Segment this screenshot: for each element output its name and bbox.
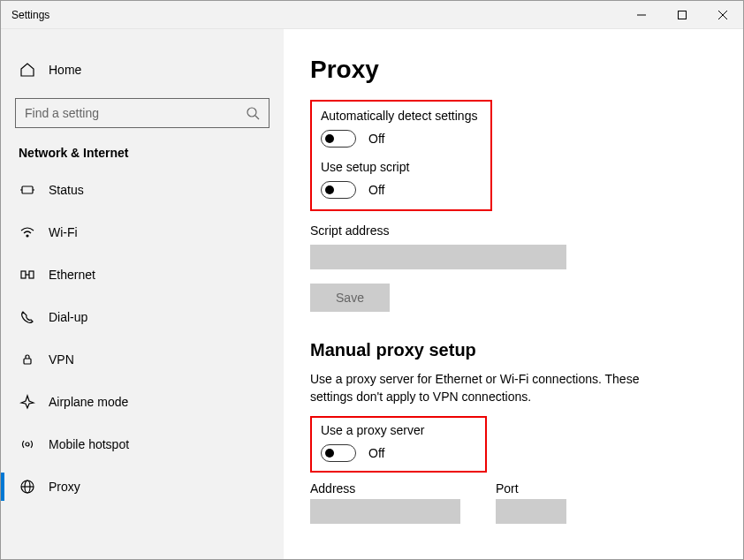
content: Proxy Automatically detect settings Off … (284, 29, 743, 559)
setup-script-toggle[interactable] (321, 181, 356, 199)
use-proxy-label: Use a proxy server (321, 423, 476, 437)
sidebar-item-hotspot[interactable]: Mobile hotspot (1, 423, 284, 465)
sidebar-item-label: Mobile hotspot (49, 437, 129, 451)
script-address-input[interactable] (310, 245, 566, 269)
address-input[interactable] (310, 499, 460, 524)
sidebar-item-label: Airplane mode (49, 395, 128, 409)
svg-line-5 (255, 116, 259, 119)
svg-point-9 (27, 235, 28, 237)
sidebar-item-label: Proxy (49, 480, 80, 494)
port-label: Port (496, 481, 566, 496)
hotspot-icon (19, 435, 36, 453)
dialup-icon (19, 308, 36, 326)
port-input[interactable] (496, 499, 566, 524)
titlebar: Settings (1, 1, 743, 29)
sidebar-item-status[interactable]: Status (1, 169, 284, 211)
ethernet-icon (19, 266, 36, 284)
home-label: Home (49, 63, 81, 77)
manual-description: Use a proxy server for Ethernet or Wi-Fi… (310, 371, 681, 405)
use-proxy-toggle[interactable] (321, 444, 356, 462)
sidebar-item-label: VPN (49, 352, 74, 367)
sidebar-item-vpn[interactable]: VPN (1, 338, 284, 381)
sidebar-item-label: Wi-Fi (49, 225, 78, 239)
home-icon (19, 61, 36, 79)
sidebar-item-airplane[interactable]: Airplane mode (1, 381, 284, 423)
highlight-proxy-section: Use a proxy server Off (310, 416, 487, 473)
search-input[interactable] (16, 99, 269, 127)
window-title: Settings (1, 9, 49, 21)
svg-rect-11 (29, 271, 34, 278)
maximize-button[interactable] (662, 1, 702, 29)
sidebar-item-wifi[interactable]: Wi-Fi (1, 211, 284, 254)
airplane-icon (19, 393, 36, 411)
proxy-icon (19, 478, 36, 496)
close-button[interactable] (702, 1, 743, 29)
svg-point-4 (247, 108, 256, 117)
svg-point-14 (26, 443, 29, 446)
minimize-button[interactable] (621, 1, 662, 29)
close-icon (718, 11, 727, 19)
setup-script-label: Use setup script (321, 160, 482, 174)
vpn-icon (19, 351, 36, 368)
highlight-auto-section: Automatically detect settings Off Use se… (310, 100, 492, 211)
auto-detect-toggle[interactable] (321, 130, 356, 148)
script-address-label: Script address (310, 223, 717, 238)
minimize-icon (637, 11, 646, 19)
sidebar-item-ethernet[interactable]: Ethernet (1, 254, 284, 296)
sidebar: Home Network & Internet Status Wi-Fi (1, 29, 284, 559)
address-label: Address (310, 481, 460, 496)
group-header: Network & Internet (1, 128, 284, 169)
sidebar-item-proxy[interactable]: Proxy (1, 465, 284, 508)
search-icon (246, 106, 262, 122)
status-icon (19, 181, 36, 199)
sidebar-item-label: Status (49, 183, 84, 197)
home-link[interactable]: Home (1, 50, 284, 89)
wifi-icon (19, 223, 36, 241)
svg-rect-6 (22, 186, 33, 193)
manual-section-title: Manual proxy setup (310, 340, 717, 360)
svg-rect-1 (679, 11, 687, 19)
sidebar-item-label: Ethernet (49, 268, 95, 282)
auto-detect-state: Off (368, 132, 384, 146)
search-box[interactable] (15, 98, 270, 128)
sidebar-item-label: Dial-up (49, 310, 87, 324)
auto-detect-label: Automatically detect settings (321, 109, 482, 123)
setup-script-state: Off (368, 183, 384, 197)
svg-rect-13 (24, 359, 31, 364)
use-proxy-state: Off (368, 446, 384, 460)
page-title: Proxy (310, 56, 717, 84)
save-button[interactable]: Save (310, 284, 390, 312)
maximize-icon (678, 11, 687, 19)
sidebar-item-dialup[interactable]: Dial-up (1, 296, 284, 338)
svg-rect-10 (21, 271, 26, 278)
